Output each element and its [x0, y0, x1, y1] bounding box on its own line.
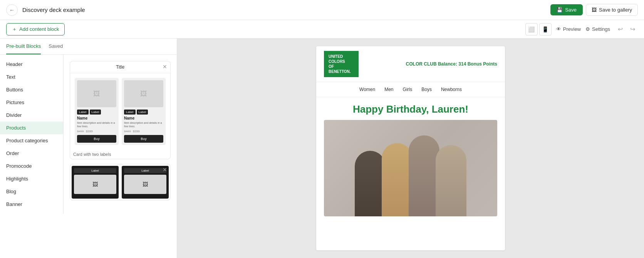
product-label-2b: Label [137, 110, 148, 115]
card-body: 🖼 Label Label Name Item description and … [70, 73, 170, 150]
birthday-title: Happy Birthday, Lauren! [316, 97, 505, 120]
dark-product-image-1: 🖼 [74, 175, 116, 194]
save-gallery-button[interactable]: 🖼 Save to gallery [586, 4, 638, 16]
nav-boys[interactable]: Boys [421, 87, 432, 92]
product-image-2: 🖼 [124, 80, 163, 107]
card-title: Title [70, 61, 170, 73]
color-club-balance: COLOR CLUB Balance: 314 Bonus Points [406, 61, 497, 67]
person-3 [409, 135, 439, 216]
undo-button[interactable]: ↩ [615, 24, 626, 35]
plus-icon: ＋ [12, 26, 17, 33]
nav-men[interactable]: Men [384, 87, 393, 92]
save-button[interactable]: 💾 Save [550, 4, 583, 15]
sidebar-item-banner[interactable]: Banner [0, 198, 63, 211]
product-label-1b: Label [90, 110, 101, 115]
benetton-logo: UNITED COLORS OF BENETTON. [324, 51, 359, 77]
product-mock-1: 🖼 Label Label Name Item description and … [75, 78, 119, 145]
sidebar-item-divider[interactable]: Divider [0, 109, 63, 121]
email-hero-image [324, 120, 497, 216]
card-description-label: Card with two labels [70, 150, 170, 159]
sidebar-item-pictures[interactable]: Pictures [0, 96, 63, 109]
close-icon-2[interactable]: ✕ [163, 167, 167, 173]
dark-image-icon-2: 🖼 [143, 181, 148, 187]
nav-women[interactable]: Women [359, 87, 375, 92]
mobile-view-button[interactable]: 📱 [539, 23, 552, 35]
desktop-view-button[interactable]: ⬜ [525, 23, 538, 35]
email-preview-card: UNITED COLORS OF BENETTON. COLOR CLUB Ba… [316, 46, 505, 250]
mobile-icon: 📱 [542, 26, 548, 32]
nav-newborns[interactable]: Newborns [441, 87, 462, 92]
sidebar-item-blog[interactable]: Blog [0, 185, 63, 198]
back-icon: ← [9, 7, 15, 13]
hero-group-photo [324, 120, 497, 216]
email-navigation: Women Men Girls Boys Newborns [316, 82, 505, 97]
label-row-2: Label Label [124, 110, 163, 115]
eye-icon: 👁 [556, 26, 561, 32]
sidebar-nav: Header Text Buttons Pictures Divider Pro… [0, 55, 64, 214]
dark-product-mock-1: Label 🖼 [72, 166, 119, 199]
page-title: Discovery deck example [22, 7, 85, 13]
main-layout: Pre-built Blocks Saved Header Text Butto… [0, 39, 644, 258]
gear-icon: ⚙ [585, 26, 590, 32]
save-icon: 💾 [557, 7, 563, 13]
person-1 [355, 151, 386, 216]
add-content-block-button[interactable]: ＋ Add content block [6, 23, 65, 35]
undo-redo-group: ↩ ↪ [615, 24, 638, 35]
product-mock-2: 🖼 Label Label Name Item description and … [122, 78, 166, 145]
product-label-2a: Label [124, 110, 136, 115]
sidebar-item-products[interactable]: Products [0, 121, 63, 134]
dark-product-image-2: 🖼 [124, 175, 166, 194]
sidebar-item-product-categories[interactable]: Product categories [0, 134, 63, 147]
label-row-1: Label Label [77, 110, 116, 115]
product-desc-1: Item description and details in a few li… [77, 121, 116, 128]
card-body-dark: Label 🖼 Label 🖼 [70, 164, 170, 200]
tab-prebuilt[interactable]: Pre-built Blocks [6, 39, 41, 54]
product-buy-button-2[interactable]: Buy [124, 135, 163, 143]
product-price-2: $423 $399 [124, 130, 163, 133]
product-price-1: $499 $399 [77, 130, 116, 133]
tab-bar: Pre-built Blocks Saved [0, 39, 177, 55]
redo-button[interactable]: ↪ [627, 24, 638, 35]
person-2 [382, 143, 413, 216]
sub-bar-right: ⬜ 📱 👁 Preview ⚙ Settings ↩ ↪ [525, 23, 638, 35]
top-bar: ← Discovery deck example 💾 Save 🖼 Save t… [0, 0, 644, 20]
sidebar-item-highlights[interactable]: Highlights [0, 172, 63, 185]
product-card-two-labels[interactable]: Title ✕ 🖼 Label Label Name [70, 61, 171, 159]
sidebar-item-text[interactable]: Text [0, 71, 63, 83]
dark-image-icon-1: 🖼 [92, 181, 98, 187]
product-image-1: 🖼 [77, 80, 116, 107]
sidebar-list: Header Text Buttons Pictures Divider Pro… [0, 55, 177, 214]
sub-bar: ＋ Add content block ⬜ 📱 👁 Preview ⚙ Sett… [0, 20, 644, 39]
email-header: UNITED COLORS OF BENETTON. COLOR CLUB Ba… [316, 46, 505, 82]
back-button[interactable]: ← [6, 4, 18, 16]
close-icon[interactable]: ✕ [163, 64, 167, 70]
sidebar-item-buttons[interactable]: Buttons [0, 83, 63, 96]
image-placeholder-icon-2: 🖼 [140, 90, 147, 98]
tab-saved[interactable]: Saved [49, 39, 63, 54]
product-buy-button-1[interactable]: Buy [77, 135, 116, 143]
gallery-icon: 🖼 [592, 7, 597, 13]
sidebar-item-promocode[interactable]: Promocode [0, 160, 63, 172]
left-panel: Pre-built Blocks Saved Header Text Butto… [0, 39, 177, 258]
sidebar-item-order[interactable]: Order [0, 147, 63, 160]
preview-button[interactable]: 👁 Preview [556, 26, 581, 32]
product-label-1a: Label [77, 110, 89, 115]
product-name-2: Name [124, 116, 163, 120]
sidebar-item-header[interactable]: Header [0, 58, 63, 71]
content-area: Title ✕ 🖼 Label Label Name [64, 55, 177, 214]
desktop-icon: ⬜ [528, 26, 535, 32]
right-preview: UNITED COLORS OF BENETTON. COLOR CLUB Ba… [177, 39, 644, 258]
dark-label-2: Label [124, 168, 166, 173]
image-placeholder-icon: 🖼 [93, 90, 100, 98]
product-desc-2: Item description and details in a few li… [124, 121, 163, 128]
dark-product-mock-2: Label 🖼 [122, 166, 169, 199]
dark-label-1: Label [74, 168, 116, 173]
top-bar-left: ← Discovery deck example [6, 4, 85, 16]
nav-girls[interactable]: Girls [403, 87, 413, 92]
top-bar-right: 💾 Save 🖼 Save to gallery [550, 4, 638, 16]
view-toggle: ⬜ 📱 [525, 23, 552, 35]
product-card-dark-labels[interactable]: ✕ Label 🖼 Label 🖼 [70, 164, 171, 201]
person-4 [436, 145, 466, 216]
settings-button[interactable]: ⚙ Settings [585, 26, 610, 32]
product-name-1: Name [77, 116, 116, 120]
